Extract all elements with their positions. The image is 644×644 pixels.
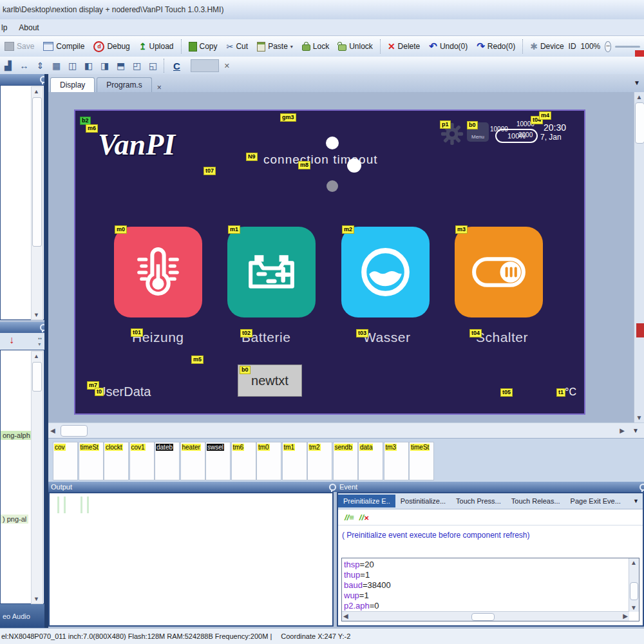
userdata-text[interactable]: UserData bbox=[97, 384, 151, 399]
paste-button[interactable]: Paste ▾ bbox=[252, 41, 298, 53]
component-tag-m6[interactable]: m6 bbox=[86, 124, 98, 133]
strip-slot-cov[interactable]: cov bbox=[53, 442, 78, 480]
component-tag-t0[interactable]: t0 bbox=[95, 388, 104, 396]
component-tag-b0[interactable]: b0 bbox=[240, 366, 251, 374]
upload-button[interactable]: ↥ Upload bbox=[135, 40, 178, 53]
menu-help[interactable]: lp bbox=[1, 23, 7, 32]
strip-slot-label[interactable]: sendb bbox=[334, 444, 353, 451]
hmi-page[interactable]: VanPI connection timeout bbox=[74, 109, 585, 415]
component-tag-m8[interactable]: m8 bbox=[298, 161, 310, 169]
design-canvas[interactable]: VanPI connection timeout bbox=[48, 92, 634, 422]
scrollbar-thumb[interactable] bbox=[32, 97, 42, 247]
strip-slot-timeSt[interactable]: timeSt bbox=[79, 442, 104, 480]
scroll-up-icon[interactable]: ▲ bbox=[32, 352, 41, 361]
strip-slot-label[interactable]: timeSt bbox=[80, 444, 99, 451]
event-tabs-dropdown-icon[interactable]: ▼ bbox=[633, 498, 643, 504]
scroll-down-icon[interactable]: ▼ bbox=[32, 310, 41, 319]
strip-slot-clockt[interactable]: clockt bbox=[104, 442, 129, 480]
scroll-down-icon[interactable]: ▼ bbox=[634, 414, 644, 421]
resource-scrollbar[interactable]: ▲ ▼ bbox=[31, 351, 43, 604]
match-height-icon[interactable]: ◰ bbox=[129, 59, 145, 72]
event-tab-touch-press-[interactable]: Touch Press... bbox=[451, 495, 506, 507]
paste-dropdown-icon[interactable]: ▾ bbox=[290, 44, 293, 50]
strip-slot-tm1[interactable]: tm1 bbox=[282, 442, 307, 480]
pin-icon[interactable] bbox=[639, 484, 644, 491]
tile-heizung[interactable] bbox=[114, 227, 202, 317]
strip-slot-tm2[interactable]: tm2 bbox=[307, 442, 332, 480]
scrollbar-thumb[interactable] bbox=[471, 613, 495, 621]
scrollbar-thumb[interactable] bbox=[32, 362, 42, 392]
strip-slot-label[interactable]: clockt bbox=[105, 444, 123, 451]
clock-text[interactable]: 20:30 bbox=[544, 122, 566, 133]
import-arrow-icon[interactable]: ↓ bbox=[9, 334, 14, 346]
strip-slot-label[interactable]: tm2 bbox=[308, 444, 321, 451]
grid-icon[interactable]: ▦ bbox=[48, 59, 64, 72]
strip-slot-label[interactable]: cov bbox=[54, 444, 66, 451]
corner-dropdown-icon[interactable]: ▼ bbox=[632, 427, 639, 434]
strip-slot-swsel[interactable]: swsel bbox=[205, 442, 231, 480]
canvas-hscrollbar[interactable]: ◀ ▶ ▼ bbox=[48, 422, 644, 439]
uncomment-icon[interactable]: //✕ bbox=[359, 513, 370, 522]
strip-slot-tm6[interactable]: tm6 bbox=[231, 442, 256, 480]
toolbar-close-icon[interactable]: ✕ bbox=[224, 62, 230, 70]
component-tag-b0[interactable]: b0 bbox=[467, 121, 478, 129]
save-button[interactable]: Save bbox=[0, 41, 39, 52]
strip-slot-label[interactable]: cov1 bbox=[131, 444, 146, 451]
delete-button[interactable]: ✕ Delete bbox=[383, 40, 424, 53]
scroll-up-icon[interactable]: ▲ bbox=[634, 93, 644, 100]
scrollbar-thumb[interactable] bbox=[630, 582, 638, 600]
comment-icon[interactable]: //≡ bbox=[345, 513, 354, 522]
scroll-right-icon[interactable]: ▶ bbox=[623, 612, 628, 620]
resource-bottom-tabs[interactable]: eo Audio bbox=[0, 604, 44, 628]
strip-slot-cov1[interactable]: cov1 bbox=[129, 442, 155, 480]
component-tag-t01[interactable]: t01 bbox=[131, 328, 143, 337]
scroll-up-icon[interactable]: ▲ bbox=[32, 87, 41, 96]
component-tag-m0[interactable]: m0 bbox=[115, 225, 127, 234]
tab-program-s[interactable]: Program.s bbox=[97, 77, 151, 92]
resource-item[interactable]: ) png-al bbox=[1, 515, 28, 524]
strip-slot-label[interactable]: dateb bbox=[156, 444, 173, 451]
component-tag-t04[interactable]: t04 bbox=[469, 329, 482, 337]
strip-slot-label[interactable]: data bbox=[359, 444, 373, 451]
strip-slot-timeSt[interactable]: timeSt bbox=[409, 442, 434, 480]
strip-slot-tm0[interactable]: tm0 bbox=[256, 442, 281, 480]
strip-slot-label[interactable]: tm3 bbox=[385, 444, 397, 451]
scroll-up-icon[interactable]: ▲ bbox=[629, 559, 638, 566]
component-tag-m2[interactable]: m2 bbox=[342, 225, 354, 234]
scroll-down-icon[interactable]: ▼ bbox=[32, 594, 41, 603]
copy-button[interactable]: Copy bbox=[184, 41, 222, 53]
toolbox-scrollbar[interactable]: ▲ ▼ bbox=[31, 86, 43, 320]
canvas-vscrollbar[interactable]: ▲ ▼ bbox=[634, 92, 644, 422]
tile-batterie[interactable] bbox=[227, 227, 316, 317]
strip-slot-data[interactable]: data bbox=[358, 442, 383, 480]
scroll-right-icon[interactable]: ▶ bbox=[620, 427, 625, 434]
strip-slot-label[interactable]: tm1 bbox=[283, 444, 296, 451]
tab-list-dropdown-icon[interactable]: ▼ bbox=[634, 79, 640, 86]
debug-button[interactable]: d Debug bbox=[89, 40, 134, 53]
component-tag-m3[interactable]: m3 bbox=[455, 225, 468, 234]
event-code-editor[interactable]: thsp=20thup=1baud=38400wup=1p2.aph=0time… bbox=[341, 558, 639, 621]
hud-number[interactable]: 2000 bbox=[518, 131, 533, 138]
tab-display[interactable]: Display bbox=[50, 77, 95, 92]
component-tag-m1[interactable]: m1 bbox=[228, 225, 240, 234]
strip-slot-label[interactable]: tm6 bbox=[232, 444, 245, 451]
zoom-out-button[interactable]: − bbox=[605, 41, 611, 52]
strip-slot-label[interactable]: heater bbox=[182, 444, 201, 451]
align-vertical-icon[interactable]: ⇕ bbox=[32, 59, 48, 72]
scrollbar-thumb[interactable] bbox=[61, 425, 88, 437]
component-tag-t1[interactable]: t1 bbox=[556, 388, 565, 397]
degrees-text[interactable]: °C bbox=[565, 386, 576, 398]
unlock-button[interactable]: Unlock bbox=[334, 41, 377, 52]
distribute-left-icon[interactable]: ◧ bbox=[80, 59, 97, 72]
undo-button[interactable]: ↶ Undo(0) bbox=[424, 39, 472, 53]
pin-icon[interactable] bbox=[329, 484, 336, 491]
scrollbar-thumb[interactable] bbox=[635, 102, 644, 144]
component-tag-t03[interactable]: t03 bbox=[356, 329, 368, 337]
vanpi-logo[interactable]: VanPI bbox=[98, 128, 175, 162]
align-bottom-icon[interactable]: ▟ bbox=[0, 59, 16, 72]
event-tab-preinitialize-e-[interactable]: Preinitialize E.. bbox=[338, 495, 395, 507]
component-tag-p1[interactable]: p1 bbox=[440, 120, 451, 129]
tab-close-icon[interactable]: × bbox=[157, 83, 162, 92]
strip-slot-sendb[interactable]: sendb bbox=[333, 442, 358, 480]
component-tag-m4[interactable]: m4 bbox=[539, 111, 551, 120]
